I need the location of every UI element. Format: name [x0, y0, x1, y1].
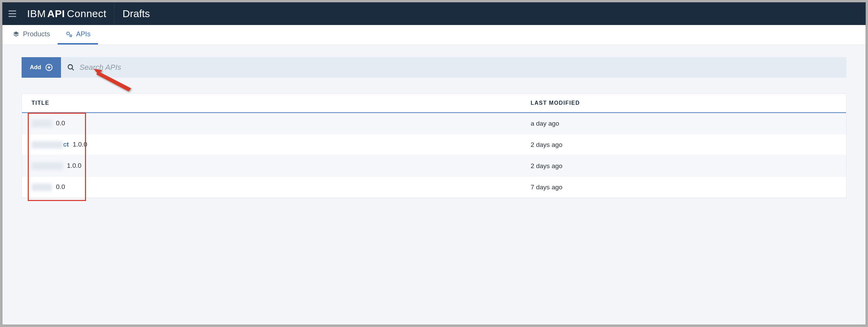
tab-products-label: Products: [23, 30, 50, 38]
gears-icon: [65, 30, 73, 38]
table-row[interactable]: 1.0.0 2 days ago: [22, 155, 846, 177]
col-header-modified: LAST MODIFIED: [530, 100, 836, 106]
search-input[interactable]: [80, 63, 840, 72]
layers-icon: [13, 31, 20, 38]
api-version: 1.0.0: [73, 141, 87, 148]
svg-line-7: [72, 68, 74, 70]
apis-table: TITLE LAST MODIFIED 0.0 a day ago ct 1.0…: [22, 93, 846, 198]
content-area: Add: [2, 45, 866, 198]
cell-title: ct 1.0.0: [32, 141, 530, 149]
brand-title[interactable]: IBM API Connect: [22, 2, 114, 25]
cell-modified: 7 days ago: [530, 184, 836, 191]
table-header: TITLE LAST MODIFIED: [22, 94, 846, 113]
cell-modified: 2 days ago: [530, 141, 836, 149]
add-button-label: Add: [30, 64, 41, 71]
api-version: 0.0: [56, 183, 65, 190]
brand-prefix: IBM: [27, 8, 46, 20]
api-name-link[interactable]: [32, 120, 52, 127]
table-row[interactable]: 0.0 a day ago: [22, 113, 846, 134]
plus-circle-icon: [45, 64, 53, 71]
search-icon: [67, 64, 75, 71]
top-bar: IBM API Connect Drafts: [2, 2, 866, 25]
tab-apis[interactable]: APIs: [58, 25, 98, 45]
table-wrap: TITLE LAST MODIFIED 0.0 a day ago ct 1.0…: [22, 93, 846, 198]
api-version: 0.0: [56, 120, 65, 127]
app-frame: IBM API Connect Drafts Products APIs Add: [2, 2, 866, 325]
add-button[interactable]: Add: [22, 57, 61, 78]
api-version: 1.0.0: [67, 162, 81, 169]
cell-title: 0.0: [32, 120, 530, 127]
hamburger-icon: [8, 10, 16, 17]
brand-bold: API: [47, 8, 65, 20]
svg-point-6: [68, 65, 73, 69]
tabs-bar: Products APIs: [2, 25, 866, 45]
col-header-title: TITLE: [32, 100, 530, 106]
tab-products[interactable]: Products: [5, 25, 58, 45]
brand-suffix: Connect: [67, 8, 106, 20]
api-name-link[interactable]: [32, 162, 63, 169]
cell-title: 1.0.0: [32, 162, 530, 170]
page-title: Drafts: [114, 2, 158, 25]
toolbar: Add: [22, 57, 846, 78]
table-row[interactable]: ct 1.0.0 2 days ago: [22, 134, 846, 155]
api-name-link[interactable]: [32, 183, 52, 190]
table-row[interactable]: 0.0 7 days ago: [22, 177, 846, 198]
cell-title: 0.0: [32, 183, 530, 191]
cell-modified: a day ago: [530, 120, 836, 127]
cell-modified: 2 days ago: [530, 162, 836, 170]
menu-button[interactable]: [2, 2, 22, 25]
api-name-link[interactable]: ct: [32, 141, 69, 148]
search-wrap: [61, 57, 846, 78]
tab-apis-label: APIs: [76, 30, 90, 38]
